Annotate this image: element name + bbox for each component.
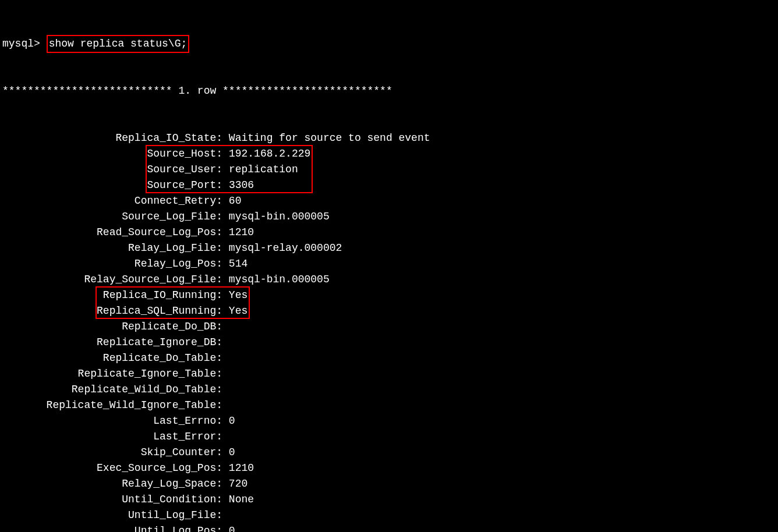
status-row: Until_Condition: None xyxy=(2,492,776,508)
status-row: Relay_Source_Log_File: mysql-bin.000005 xyxy=(2,272,776,288)
field-label: Replicate_Wild_Ignore_Table: xyxy=(2,399,222,411)
field-label: Replicate_Ignore_Table: xyxy=(2,368,222,380)
status-row: Replica_SQL_Running: Yes xyxy=(2,303,776,319)
status-row: Read_Source_Log_Pos: 1210 xyxy=(2,225,776,240)
status-row: Source_Log_File: mysql-bin.000005 xyxy=(2,209,776,225)
status-row: Last_Error: xyxy=(2,429,776,445)
command-text: show replica status\G; xyxy=(47,35,190,53)
status-row: Replicate_Ignore_DB: xyxy=(2,335,776,350)
status-row: Replicate_Wild_Do_Table: xyxy=(2,382,776,398)
field-value: 0 xyxy=(222,525,235,532)
field-value: mysql-bin.000005 xyxy=(222,211,330,222)
field-label: Skip_Counter: xyxy=(2,446,222,458)
status-row: Until_Log_Pos: 0 xyxy=(2,523,776,532)
status-row: Source_User: replication xyxy=(2,162,776,178)
field-label: Until_Log_File: xyxy=(2,509,222,521)
field-value xyxy=(222,368,229,380)
status-row: Relay_Log_Pos: 514 xyxy=(2,256,776,272)
mysql-prompt: mysql> xyxy=(2,38,40,49)
command-line: mysql> show replica status\G; xyxy=(2,36,776,52)
field-label: Relay_Log_Pos: xyxy=(2,258,222,269)
field-value xyxy=(222,399,229,411)
field-label: Replicate_Do_DB: xyxy=(2,321,222,332)
field-label: Connect_Retry: xyxy=(2,195,222,207)
status-row: Last_Errno: 0 xyxy=(2,413,776,429)
field-value: 720 xyxy=(222,478,247,490)
status-row: Source_Host: 192.168.2.229 xyxy=(2,146,776,162)
status-row: Skip_Counter: 0 xyxy=(2,445,776,460)
field-label: Replicate_Ignore_DB: xyxy=(2,336,222,348)
field-label: Last_Errno: xyxy=(2,415,222,427)
status-row: Replicate_Ignore_Table: xyxy=(2,366,776,382)
field-value: 0 xyxy=(222,446,235,458)
field-value: 1210 xyxy=(222,462,254,474)
field-value xyxy=(222,384,229,395)
field-value xyxy=(222,509,229,521)
field-label: Relay_Log_Space: xyxy=(2,478,222,490)
status-row: Replicate_Do_Table: xyxy=(2,350,776,366)
status-fields: Replica_IO_State: Waiting for source to … xyxy=(2,130,776,532)
field-value xyxy=(222,352,229,364)
field-value xyxy=(222,321,229,332)
field-indent xyxy=(2,148,147,159)
status-row: Relay_Log_Space: 720 xyxy=(2,476,776,492)
status-row: Exec_Source_Log_Pos: 1210 xyxy=(2,460,776,476)
field-label: Relay_Log_File: xyxy=(2,242,222,254)
field-value: 514 xyxy=(222,258,247,269)
field-content: Replica_IO_Running: Yes xyxy=(97,288,247,303)
field-content: Source_User: replication xyxy=(147,162,310,178)
status-row: Replicate_Wild_Ignore_Table: xyxy=(2,398,776,413)
field-value xyxy=(222,336,229,348)
field-indent xyxy=(2,179,147,191)
field-indent xyxy=(2,289,97,301)
field-value: Waiting for source to send event xyxy=(222,132,430,144)
field-value: 1210 xyxy=(222,226,254,238)
field-value: 0 xyxy=(222,415,235,427)
field-value xyxy=(222,431,229,442)
field-value: mysql-relay.000002 xyxy=(222,242,342,254)
field-value: 60 xyxy=(222,195,241,207)
field-label: Until_Log_Pos: xyxy=(2,525,222,532)
command-value: show replica status\G; xyxy=(49,38,188,49)
field-label: Read_Source_Log_Pos: xyxy=(2,226,222,238)
status-row: Connect_Retry: 60 xyxy=(2,193,776,209)
field-label: Source_Log_File: xyxy=(2,211,222,222)
status-row: Source_Port: 3306 xyxy=(2,178,776,193)
row-separator: *************************** 1. row *****… xyxy=(2,83,776,99)
status-row: Until_Log_File: xyxy=(2,508,776,523)
field-content: Source_Host: 192.168.2.229 xyxy=(147,146,310,162)
terminal-output: mysql> show replica status\G; **********… xyxy=(2,5,776,532)
field-label: Replica_IO_State: xyxy=(2,132,222,144)
field-label: Relay_Source_Log_File: xyxy=(2,274,222,285)
field-content: Source_Port: 3306 xyxy=(147,178,310,193)
highlighted-group: Replica_IO_Running: Yes Replica_SQL_Runn… xyxy=(2,288,776,319)
status-row: Relay_Log_File: mysql-relay.000002 xyxy=(2,240,776,256)
status-row: Replica_IO_Running: Yes xyxy=(2,288,776,303)
field-label: Last_Error: xyxy=(2,431,222,442)
field-label: Exec_Source_Log_Pos: xyxy=(2,462,222,474)
field-label: Replicate_Do_Table: xyxy=(2,352,222,364)
field-label: Replicate_Wild_Do_Table: xyxy=(2,384,222,395)
highlighted-group: Source_Host: 192.168.2.229 Source_User: … xyxy=(2,146,776,193)
field-indent xyxy=(2,305,97,317)
status-row: Replica_IO_State: Waiting for source to … xyxy=(2,130,776,146)
field-content: Replica_SQL_Running: Yes xyxy=(97,303,247,319)
field-indent xyxy=(2,164,147,175)
field-label: Until_Condition: xyxy=(2,494,222,505)
field-value: None xyxy=(222,494,254,505)
status-row: Replicate_Do_DB: xyxy=(2,319,776,335)
field-value: mysql-bin.000005 xyxy=(222,274,330,285)
